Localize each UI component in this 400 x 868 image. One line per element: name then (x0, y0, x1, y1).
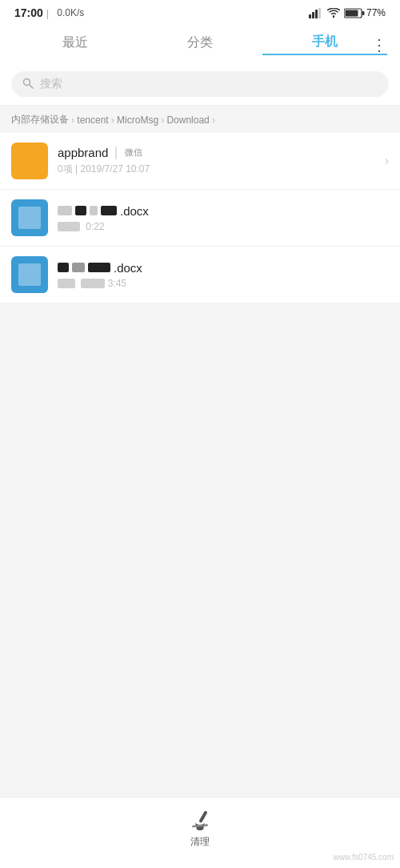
tab-phone[interactable]: 手机 (262, 30, 387, 55)
list-item[interactable]: appbrand │ 微信 0项 | 2019/7/27 10:07 › (0, 133, 400, 190)
file-tag-sep: │ (113, 147, 119, 159)
censor-block (88, 263, 110, 272)
tab-recent[interactable]: 最近 (13, 31, 138, 54)
status-bar: 17:00 | 0.0K/s 77% (0, 0, 400, 24)
breadcrumb-sep-1: › (111, 114, 114, 126)
breadcrumb-sep-2: › (161, 114, 164, 126)
signal-icon (309, 8, 323, 18)
file-info: .docx 3:45 (58, 261, 389, 289)
svg-point-8 (24, 78, 30, 85)
censor-meta-block (58, 279, 75, 288)
folder-icon (11, 143, 48, 179)
file-tag: 微信 (125, 147, 142, 159)
folder-icon-wrap (11, 143, 48, 179)
censor-meta-block (58, 222, 80, 231)
censor-block (58, 263, 69, 272)
file-ext: .docx (120, 204, 149, 218)
svg-rect-10 (198, 810, 207, 823)
censor-block (58, 206, 72, 215)
file-info: appbrand │ 微信 0项 | 2019/7/27 10:07 (58, 146, 378, 176)
file-meta: 0项 | 2019/7/27 10:07 (58, 163, 378, 176)
censor-block (72, 263, 85, 272)
clean-icon (187, 807, 213, 833)
file-list: appbrand │ 微信 0项 | 2019/7/27 10:07 › .do… (0, 133, 400, 303)
breadcrumb-item-3[interactable]: Download (166, 115, 209, 126)
search-bar: 搜索 (0, 65, 400, 106)
file-name-censored: .docx (58, 261, 142, 275)
file-info: .docx 0:22 (58, 204, 389, 232)
svg-rect-2 (315, 10, 318, 18)
list-item[interactable]: .docx 3:45 (0, 247, 400, 303)
file-meta: 0:22 (58, 221, 389, 232)
breadcrumb-item-1[interactable]: tencent (77, 115, 108, 126)
file-name: appbrand (58, 146, 108, 159)
bottom-bar: 清理 (0, 797, 400, 868)
battery-percent: 77% (366, 7, 386, 18)
docx-icon-inner (18, 263, 41, 286)
status-divider: | (46, 7, 49, 19)
file-name-censored: .docx (58, 204, 149, 218)
search-placeholder: 搜索 (40, 77, 62, 91)
status-speed: 0.0K/s (57, 7, 84, 18)
docx-icon (11, 199, 48, 236)
svg-rect-1 (312, 12, 314, 18)
censor-block (90, 206, 98, 215)
svg-rect-3 (318, 8, 321, 18)
breadcrumb-sep-0: › (71, 114, 74, 126)
docx-icon-wrap-2 (11, 256, 48, 293)
censor-block (101, 206, 117, 215)
svg-rect-0 (309, 14, 311, 18)
status-icons: 77% (309, 7, 386, 18)
censor-block (75, 206, 86, 215)
search-icon (22, 78, 34, 91)
search-input-wrap[interactable]: 搜索 (11, 71, 389, 97)
docx-icon (11, 256, 48, 293)
file-ext: .docx (114, 261, 142, 275)
file-meta: 3:45 (58, 278, 389, 289)
wifi-icon (327, 8, 340, 18)
battery-icon: 77% (344, 7, 386, 18)
more-menu-button[interactable]: ⋮ (371, 35, 387, 54)
list-item[interactable]: .docx 0:22 (0, 190, 400, 247)
svg-rect-6 (345, 10, 358, 16)
top-nav: 最近 分类 手机 ⋮ (0, 24, 400, 65)
breadcrumb: 内部存储设备 › tencent › MicroMsg › Download › (0, 106, 400, 133)
censor-meta-block (81, 279, 105, 288)
svg-point-4 (333, 15, 334, 17)
status-time: 17:00 (14, 6, 43, 19)
breadcrumb-item-0[interactable]: 内部存储设备 (11, 113, 69, 127)
svg-rect-7 (362, 11, 364, 15)
svg-line-9 (30, 85, 33, 88)
clean-button[interactable]: 清理 (187, 807, 213, 849)
breadcrumb-sep-3: › (212, 114, 215, 126)
docx-icon-wrap-1 (11, 199, 48, 236)
clean-label: 清理 (190, 835, 210, 849)
docx-icon-inner (18, 207, 41, 229)
tab-category[interactable]: 分类 (138, 31, 262, 54)
breadcrumb-item-2[interactable]: MicroMsg (117, 115, 158, 126)
chevron-right-icon: › (385, 154, 389, 168)
